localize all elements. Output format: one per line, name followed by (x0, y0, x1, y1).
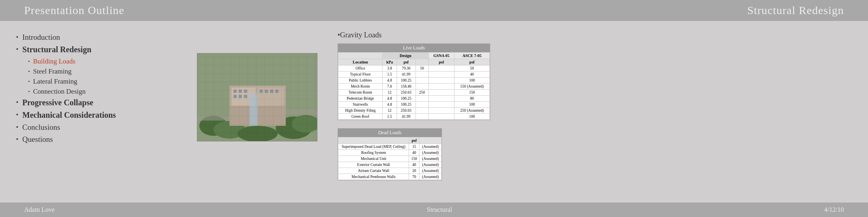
bullet-icon: • (16, 124, 18, 131)
sidebar-item-label: Introduction (23, 33, 60, 42)
table-row: Telecom Room12250.63250150 (338, 90, 490, 96)
svg-rect-20 (197, 116, 229, 121)
svg-point-3 (276, 117, 312, 139)
svg-rect-6 (229, 86, 286, 126)
live-loads-table: Live Loads Design GSNA 05 ASCE 7-05 Loca… (338, 43, 490, 120)
svg-rect-21 (286, 110, 317, 115)
svg-rect-22 (250, 94, 258, 126)
col-psf3: psf (454, 59, 490, 66)
building-photo (197, 53, 317, 141)
live-loads-body: Office3.879.365050 Typical Floor1.541.99… (338, 66, 490, 120)
table-row: Exterior Curtain Wall40(Assumed) (338, 162, 442, 168)
bullet-icon: • (28, 89, 30, 95)
table-row: Mechanical Penthouse Walls70(Assumed) (338, 174, 442, 180)
col-asce: ASCE 7-05 (454, 53, 490, 59)
subitem-label: Building Loads (33, 57, 75, 66)
svg-rect-14 (239, 95, 242, 98)
svg-rect-0 (197, 53, 317, 141)
header-right-title: Structural Redesign (747, 4, 844, 17)
svg-rect-10 (233, 90, 237, 93)
col-kpa: kPa (383, 59, 397, 66)
sidebar-item-introduction: • Introduction (16, 33, 185, 42)
svg-rect-7 (231, 88, 256, 106)
bullet-icon: • (16, 46, 18, 53)
col-psf: psf (409, 137, 420, 144)
svg-rect-13 (233, 95, 237, 98)
svg-rect-17 (265, 90, 268, 93)
svg-rect-15 (244, 95, 247, 98)
sidebar-item-structural-redesign: • Structural Redesign (16, 45, 185, 54)
sidebar-item-label: Conclusions (23, 123, 60, 132)
table-row: Mechanical Unit150(Assumed) (338, 156, 442, 162)
col-note (420, 137, 442, 144)
sidebar-item-conclusions: • Conclusions (16, 123, 185, 132)
col-psf2: psf (428, 59, 454, 66)
col-design: Design (383, 53, 428, 59)
header-left-title: Presentation Outline (24, 4, 124, 17)
svg-point-2 (213, 121, 246, 139)
bullet-icon: • (16, 99, 18, 106)
subitem-label: Lateral Framing (33, 78, 77, 86)
footer-center: Structural (427, 206, 452, 213)
table-row: Superimposed Dead Load (MEP, Ceiling)15(… (338, 144, 442, 150)
svg-point-4 (292, 115, 317, 133)
structural-redesign-subitems: • Building Loads • Steel Framing • Later… (28, 57, 185, 96)
subitem-steel-framing: • Steel Framing (28, 68, 185, 76)
live-loads-data-table: Design GSNA 05 ASCE 7-05 Location kPa ps… (338, 52, 490, 120)
dead-loads-table: Dead Loads psf Superimposed Dead Load (M… (338, 128, 442, 180)
footer: Adam Love Structural 4/12/10 (0, 203, 868, 217)
table-row: Public Lobbies4.8100.25100 (338, 78, 490, 84)
table-row: Atrium Curtain Wall20(Assumed) (338, 168, 442, 174)
dead-loads-title: Dead Loads (338, 129, 442, 137)
col-psf1: psf (397, 59, 416, 66)
table-row: High Density Filing12250.63250 (Assumed) (338, 108, 490, 114)
table-row: Pedestrian Bridge4.8100.2580 (338, 96, 490, 102)
subitem-label: Steel Framing (33, 68, 72, 76)
gravity-loads-title: •Gravity Loads (338, 31, 852, 39)
svg-rect-12 (244, 90, 247, 93)
header: Presentation Outline Structural Redesign (0, 0, 868, 21)
subitem-connection-design: • Connection Design (28, 88, 185, 96)
footer-left: Adam Love (24, 206, 55, 213)
building-image-area (197, 53, 326, 194)
table-row: Office3.879.365050 (338, 66, 490, 72)
svg-point-5 (237, 126, 278, 141)
table-row: Roofing System40(Assumed) (338, 150, 442, 156)
sidebar-item-label: Structural Redesign (23, 45, 92, 54)
sidebar-item-progressive-collapse: • Progressive Collapse (16, 98, 185, 107)
bullet-icon: • (28, 79, 30, 85)
bullet-icon: • (16, 34, 18, 41)
dead-loads-body: Superimposed Dead Load (MEP, Ceiling)15(… (338, 144, 442, 180)
sidebar-item-label: Questions (23, 135, 53, 144)
sidebar-item-label: Mechanical Considerations (23, 111, 116, 120)
bullet-icon: • (16, 111, 18, 119)
tables-area: •Gravity Loads Live Loads Design GSNA 05… (338, 29, 852, 194)
right-content: •Gravity Loads Live Loads Design GSNA 05… (185, 29, 852, 194)
sidebar-item-questions: • Questions (16, 135, 185, 144)
bullet-icon: • (16, 136, 18, 143)
table-row: Mech Room7.6158.46150 (Assumed) (338, 84, 490, 90)
svg-point-1 (199, 116, 227, 136)
table-row: Typical Floor1.541.9940 (338, 72, 490, 78)
svg-rect-18 (270, 90, 273, 93)
svg-rect-9 (229, 106, 286, 126)
footer-right: 4/12/10 (824, 206, 844, 213)
sidebar-item-label: Progressive Collapse (23, 98, 93, 107)
svg-rect-16 (260, 90, 263, 93)
dead-loads-data-table: psf Superimposed Dead Load (MEP, Ceiling… (338, 137, 442, 180)
subitem-label: Connection Design (33, 88, 86, 96)
main-content: • Introduction • Structural Redesign • B… (0, 21, 868, 203)
subitem-lateral-framing: • Lateral Framing (28, 78, 185, 86)
sidebar: • Introduction • Structural Redesign • B… (16, 29, 185, 194)
table-row: Green Roof1.541.99100 (338, 114, 490, 120)
bullet-icon: • (28, 59, 30, 65)
col-empty (416, 59, 428, 66)
col-item (338, 137, 409, 144)
col-gsna: GSNA 05 (428, 53, 454, 59)
col-location-sub: Location (338, 59, 383, 66)
svg-rect-11 (239, 90, 242, 93)
table-row: Stairwells4.8100.25100 (338, 102, 490, 108)
bullet-icon: • (28, 69, 30, 75)
building-svg (197, 53, 317, 141)
sidebar-item-mechanical-considerations: • Mechanical Considerations (16, 111, 185, 120)
